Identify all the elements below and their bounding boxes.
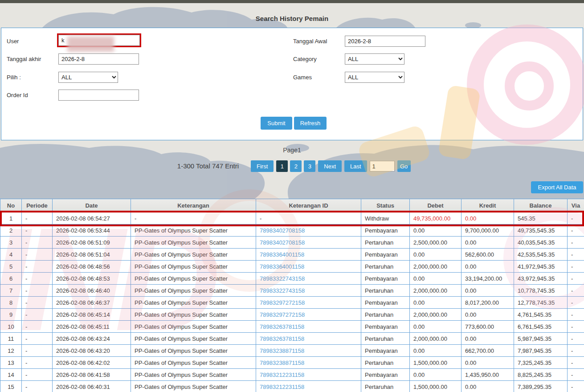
user-input[interactable] <box>58 35 140 46</box>
keterangan-id-link[interactable]: 78983402708158 <box>260 239 305 246</box>
cell-date: 2026-02-08 06:43:24 <box>53 333 131 345</box>
cell-status: Pertaruhan <box>361 381 410 392</box>
refresh-button[interactable]: Refresh <box>294 117 327 130</box>
cell-no: 6 <box>0 273 22 285</box>
tanggal-akhir-label: Tanggal akhir <box>7 56 41 62</box>
first-page-button[interactable]: First <box>251 160 274 172</box>
cell-via: - <box>568 381 584 392</box>
cell-debet: 49,735,000.00 <box>410 212 461 225</box>
cell-keterangan: PP-Gates of Olympus Super Scatter <box>131 285 256 297</box>
cell-kredit: 33,194,200.00 <box>461 273 514 285</box>
cell-keterangan: PP-Gates of Olympus Super Scatter <box>131 357 256 369</box>
cell-via: - <box>568 285 584 297</box>
keterangan-id-link[interactable]: 78983322743158 <box>260 287 305 294</box>
cell-no: 12 <box>0 345 22 357</box>
cell-date: 2026-02-08 06:46:37 <box>53 297 131 309</box>
cell-keterangan-id: 78983364001158 <box>256 261 361 273</box>
cell-keterangan-id: - <box>256 212 361 225</box>
cell-periode: - <box>22 261 53 273</box>
history-table: NoPeriodeDateKeteranganKeterangan IDStat… <box>0 199 584 392</box>
cell-balance: 40,035,545.35 <box>514 237 568 249</box>
cell-periode: - <box>22 237 53 249</box>
next-page-button[interactable]: Next <box>318 160 342 172</box>
cell-periode: - <box>22 333 53 345</box>
cell-via: - <box>568 212 584 225</box>
cell-status: Pertaruhan <box>361 237 410 249</box>
cell-keterangan-id: 78983297272158 <box>256 309 361 321</box>
column-header-no: No <box>0 199 22 212</box>
cell-date: 2026-02-08 06:46:40 <box>53 285 131 297</box>
keterangan-id-link[interactable]: 78983364001158 <box>260 251 304 258</box>
column-header-kredit: Kredit <box>461 199 514 212</box>
cell-status: Withdraw <box>361 212 410 225</box>
cell-date: 2026-02-08 06:43:20 <box>53 345 131 357</box>
pilih-select[interactable]: ALL <box>58 72 118 83</box>
cell-keterangan: PP-Gates of Olympus Super Scatter <box>131 273 256 285</box>
cell-kredit: 0.00 <box>461 357 514 369</box>
category-select[interactable]: ALL <box>345 53 404 65</box>
cell-periode: - <box>22 321 53 333</box>
keterangan-id-link[interactable]: 78983263781158 <box>260 335 304 342</box>
table-row: 8-2026-02-08 06:46:37PP-Gates of Olympus… <box>0 297 584 309</box>
page-button-3[interactable]: 3 <box>304 160 315 172</box>
cell-date: 2026-02-08 06:51:04 <box>53 249 131 261</box>
cell-via: - <box>568 321 584 333</box>
last-page-button[interactable]: Last <box>344 160 367 172</box>
submit-button[interactable]: Submit <box>261 117 292 130</box>
cell-kredit: 8,017,200.00 <box>461 297 514 309</box>
games-select[interactable]: ALL <box>345 72 404 83</box>
cell-periode: - <box>22 297 53 309</box>
keterangan-id-link[interactable]: 78983297272158 <box>260 299 305 306</box>
keterangan-id-link[interactable]: 78983238871158 <box>260 347 304 354</box>
cell-date: 2026-02-08 06:42:02 <box>53 357 131 369</box>
cell-status: Pembayaran <box>361 249 410 261</box>
column-header-date: Date <box>53 199 131 212</box>
keterangan-id-link[interactable]: 78983212231158 <box>260 384 304 390</box>
cell-debet: 0.00 <box>410 345 461 357</box>
go-button[interactable]: Go <box>397 160 411 172</box>
cell-balance: 43,972,945.35 <box>514 273 568 285</box>
cell-debet: 0.00 <box>410 297 461 309</box>
keterangan-id-link[interactable]: 78983238871158 <box>260 359 304 366</box>
export-all-data-button[interactable]: Export All Data <box>531 181 583 193</box>
keterangan-id-link[interactable]: 78983402708158 <box>260 227 305 234</box>
cell-keterangan: PP-Gates of Olympus Super Scatter <box>131 369 256 381</box>
cell-kredit: 0.00 <box>461 237 514 249</box>
keterangan-id-link[interactable]: 78983212231158 <box>260 372 304 378</box>
cell-date: 2026-02-08 06:51:09 <box>53 237 131 249</box>
cell-no: 11 <box>0 333 22 345</box>
table-row: 3-2026-02-08 06:51:09PP-Gates of Olympus… <box>0 237 584 249</box>
cell-keterangan-id: 78983263781158 <box>256 321 361 333</box>
goto-page-input[interactable] <box>370 161 395 172</box>
cell-status: Pertaruhan <box>361 357 410 369</box>
cell-via: - <box>568 261 584 273</box>
page-button-2[interactable]: 2 <box>290 160 302 172</box>
column-header-keterangan: Keterangan <box>131 199 256 212</box>
keterangan-id-link[interactable]: 78983364001158 <box>260 263 304 270</box>
page-number-buttons: 123 <box>276 160 315 172</box>
cell-kredit: 0.00 <box>461 333 514 345</box>
page-button-1[interactable]: 1 <box>276 160 288 172</box>
column-header-keterangan-id: Keterangan ID <box>256 199 361 212</box>
cell-balance: 42,535,545.35 <box>514 249 568 261</box>
cell-periode: - <box>22 345 53 357</box>
order-id-input[interactable] <box>58 90 139 101</box>
entries-count: 1-300 Total 747 Entri <box>0 162 239 170</box>
keterangan-id-link[interactable]: 78983263781158 <box>260 323 304 330</box>
cell-balance: 4,761,545.35 <box>514 309 568 321</box>
top-bar <box>0 0 584 3</box>
cell-status: Pertaruhan <box>361 309 410 321</box>
cell-kredit: 0.00 <box>461 309 514 321</box>
cell-via: - <box>568 357 584 369</box>
cell-kredit: 9,700,000.00 <box>461 225 514 237</box>
cell-status: Pembayaran <box>361 297 410 309</box>
cell-via: - <box>568 237 584 249</box>
tanggal-akhir-input[interactable] <box>58 53 139 65</box>
cell-debet: 2,000,000.00 <box>410 309 461 321</box>
cell-periode: - <box>22 225 53 237</box>
cell-keterangan: PP-Gates of Olympus Super Scatter <box>131 237 256 249</box>
tanggal-awal-input[interactable] <box>345 36 425 47</box>
keterangan-id-link[interactable]: 78983322743158 <box>260 275 305 282</box>
column-header-debet: Debet <box>410 199 461 212</box>
keterangan-id-link[interactable]: 78983297272158 <box>260 311 305 318</box>
